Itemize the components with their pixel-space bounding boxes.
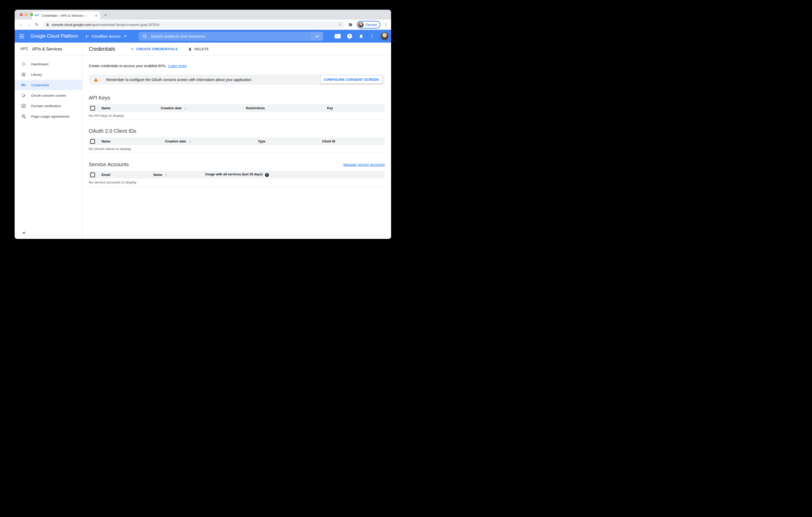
sidebar-item-label: Page usage agreements [31,115,69,118]
consent-screen-icon [21,93,26,98]
column-header-creation-date[interactable]: Creation date↓ [165,139,258,143]
column-header-name[interactable]: Name [99,107,161,110]
checkbox-check-icon [21,103,26,108]
sidebar-item-label: Domain verification [31,104,61,108]
content-body: Create credentials to access your enable… [82,56,391,239]
project-name: Cloudflare Access [91,34,121,38]
content-area: Credentials + CREATE CREDENTIALS DELETE [82,42,391,239]
column-header-usage: Usage with all services (last 30 days)? [205,173,385,177]
url-domain: console.cloud.google.com [52,23,91,27]
lock-icon [46,23,49,26]
sidebar-title: APIs & Services [32,47,62,52]
project-icon [85,34,89,38]
section-title-service-accounts: Service Accounts [89,161,129,168]
section-title-api-keys: API Keys [89,95,385,101]
hamburger-menu-icon[interactable] [14,34,29,38]
back-icon[interactable]: ← [18,22,25,27]
sidebar-item-oauth-consent-screen[interactable]: OAuth consent screen [14,90,82,101]
column-header-email[interactable]: Email [99,173,153,177]
key-icon [21,83,26,87]
search-bar[interactable] [139,32,323,41]
learn-more-link[interactable]: Learn more [168,64,187,68]
minimize-window-button[interactable] [25,13,28,16]
delete-button[interactable]: DELETE [188,47,209,51]
select-all-checkbox[interactable] [90,173,95,177]
sidebar-item-label: OAuth consent screen [31,94,66,97]
select-all-checkbox[interactable] [90,106,95,111]
column-header-key[interactable]: Key [327,107,385,110]
column-header-restrictions[interactable]: Restrictions [246,107,327,110]
browser-menu-icon[interactable] [384,22,388,28]
manage-service-accounts-link[interactable]: Manage service accounts [343,162,385,167]
select-all-checkbox[interactable] [90,139,95,144]
sidebar-item-dashboard[interactable]: Dashboard [14,59,82,69]
reload-icon[interactable]: ↻ [33,22,40,27]
close-window-button[interactable] [20,13,23,16]
oauth-empty-state: No OAuth clients to display [89,145,385,153]
search-input[interactable] [150,34,311,39]
content-header: Credentials + CREATE CREDENTIALS DELETE [82,42,391,56]
select-all-cell [89,106,99,111]
url-path: /apis/credentials?project=woven-goal-297… [91,23,159,27]
notifications-bell-icon[interactable] [359,34,364,39]
column-header-name[interactable]: Name [99,140,165,143]
search-chevron-down-icon[interactable] [311,32,323,41]
help-icon[interactable]: ? [347,34,352,39]
new-tab-button[interactable]: + [104,13,107,18]
maximize-window-button[interactable] [30,13,33,16]
column-header-client-id[interactable]: Client ID [322,140,385,143]
sidebar-item-library[interactable]: Library [14,69,82,80]
browser-window: API Credentials – APIs & Services – × + … [14,10,391,239]
intro-sentence: Create credentials to access your enable… [89,64,167,68]
create-credentials-button[interactable]: + CREATE CREDENTIALS [131,47,178,52]
project-selector[interactable]: Cloudflare Access [85,34,126,38]
desktop-background: API Credentials – APIs & Services – × + … [0,0,406,258]
column-header-type[interactable]: Type [258,140,322,143]
select-all-cell [89,173,99,177]
account-avatar[interactable] [381,32,388,40]
sort-up-icon: ↑ [165,173,167,177]
sidebar-item-label: Credentials [31,83,49,87]
bookmark-star-icon[interactable]: ☆ [338,22,342,27]
sidebar: API APIs & Services Dashboard [14,42,82,239]
profile-paused-pill[interactable]: Paused [357,21,380,29]
api-keys-empty-state: No API keys to display [89,112,385,120]
warning-text: Remember to configure the OAuth consent … [106,78,253,82]
sidebar-item-domain-verification[interactable]: Domain verification [14,101,82,111]
section-title-oauth-client-ids: OAuth 2.0 Client IDs [89,128,385,134]
address-bar[interactable]: console.cloud.google.com/apis/credential… [43,21,345,28]
column-header-name[interactable]: Name↑ [153,173,205,177]
gcp-header: Google Cloud Platform Cloudflare Access [14,30,391,42]
list-gear-icon [21,114,26,119]
sidebar-item-credentials[interactable]: Credentials [14,80,82,90]
trash-icon [188,47,192,51]
forward-icon[interactable]: → [26,22,32,27]
cloud-shell-icon[interactable]: >_ [335,34,341,38]
tab-favicon-icon: API [34,14,39,17]
gcp-logo[interactable]: Google Cloud Platform [30,33,78,39]
usage-help-icon[interactable]: ? [265,173,269,177]
oauth-table-header: Name Creation date↓ Type Client ID [89,138,385,145]
delete-label: DELETE [194,47,209,51]
browser-tab[interactable]: API Credentials – APIs & Services – × [32,11,100,20]
intro-text: Create credentials to access your enable… [89,64,385,68]
service-accounts-table-header: Email Name↑ Usage with all services (las… [89,171,385,179]
profile-avatar [358,22,364,27]
tab-close-icon[interactable]: × [95,13,97,18]
tab-title: Credentials – APIs & Services – [41,14,93,18]
gcp-menu-icon[interactable] [370,33,374,39]
column-header-creation-date[interactable]: Creation date↓ [161,106,246,110]
configure-consent-screen-button[interactable]: CONFIGURE CONSENT SCREEN [320,75,382,84]
create-credentials-label: CREATE CREDENTIALS [136,47,178,51]
sidebar-item-page-usage-agreements[interactable]: Page usage agreements [14,111,82,122]
sort-down-icon: ↓ [185,106,186,110]
select-all-cell [89,139,99,144]
sidebar-item-label: Library [31,73,42,77]
paused-label: Paused [366,23,377,27]
service-accounts-title-row: Service Accounts Manage service accounts [89,161,385,168]
dashboard-icon [21,62,26,66]
url-text: console.cloud.google.com/apis/credential… [52,23,159,27]
collapse-sidebar-icon[interactable] [22,231,26,236]
extensions-puzzle-icon[interactable] [348,23,353,27]
sidebar-nav: Dashboard Library [14,56,82,122]
